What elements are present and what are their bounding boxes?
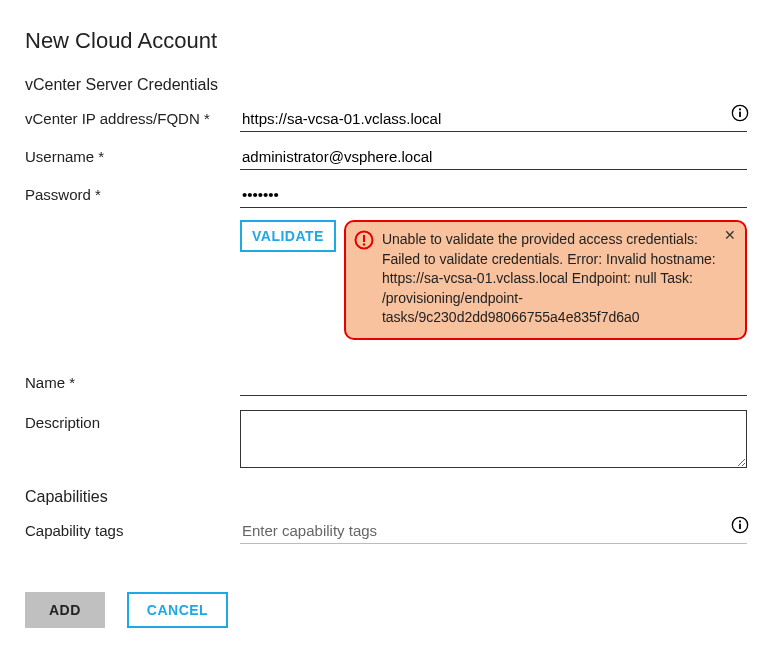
ip-row: vCenter IP address/FQDN * (25, 106, 747, 132)
error-icon (354, 230, 374, 250)
validate-button[interactable]: VALIDATE (240, 220, 336, 252)
svg-rect-2 (739, 112, 741, 117)
page-title: New Cloud Account (25, 28, 747, 54)
info-icon[interactable] (731, 104, 749, 122)
error-text: Unable to validate the provided access c… (382, 231, 716, 325)
password-label: Password * (25, 182, 240, 203)
tags-input[interactable] (240, 518, 747, 544)
description-row: Description (25, 410, 747, 468)
svg-rect-4 (363, 235, 365, 242)
svg-point-5 (363, 243, 365, 245)
password-input[interactable] (240, 182, 747, 208)
tags-row: Capability tags (25, 518, 747, 544)
username-label: Username * (25, 144, 240, 165)
add-button[interactable]: ADD (25, 592, 105, 628)
ip-input[interactable] (240, 106, 747, 132)
name-label: Name * (25, 370, 240, 391)
credentials-heading: vCenter Server Credentials (25, 76, 747, 94)
tags-label: Capability tags (25, 518, 240, 539)
svg-rect-8 (739, 524, 741, 529)
username-row: Username * (25, 144, 747, 170)
name-row: Name * (25, 370, 747, 396)
description-label: Description (25, 410, 240, 431)
ip-label: vCenter IP address/FQDN * (25, 106, 240, 127)
name-input[interactable] (240, 370, 747, 396)
info-icon[interactable] (731, 516, 749, 534)
capabilities-heading: Capabilities (25, 488, 747, 506)
svg-point-1 (739, 108, 741, 110)
svg-point-7 (739, 520, 741, 522)
cancel-button[interactable]: CANCEL (127, 592, 228, 628)
error-message-box: ✕ Unable to validate the provided access… (344, 220, 747, 340)
description-input[interactable] (240, 410, 747, 468)
close-icon[interactable]: ✕ (723, 228, 737, 242)
password-row: Password * (25, 182, 747, 208)
username-input[interactable] (240, 144, 747, 170)
